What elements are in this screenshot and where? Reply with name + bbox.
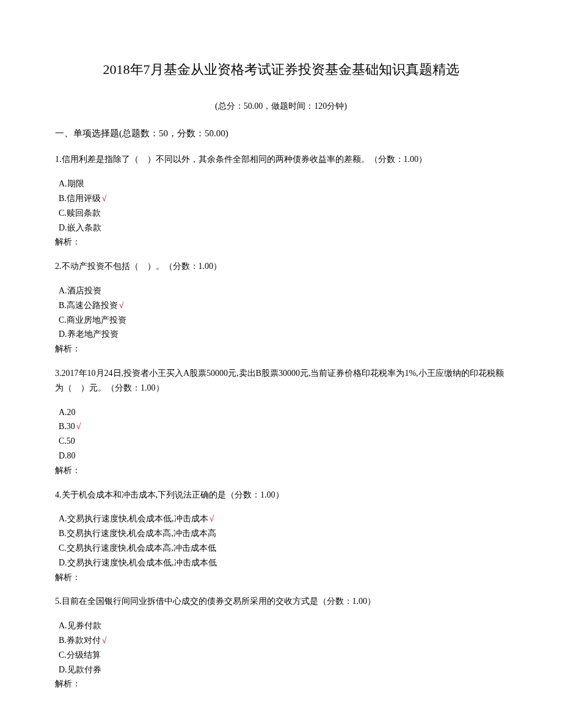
analysis-label: 解析： [55,570,507,585]
section-header: 一、单项选择题(总题数：50，分数：50.00) [55,126,507,142]
checkmark-icon: √ [102,636,107,645]
option: D.养老地产投资 [59,327,507,342]
question: 5.目前在全国银行间同业拆借中心成交的债券交易所采用的交收方式是（分数：1.00… [55,594,507,691]
option: A.20 [59,405,507,420]
option: B.券款对付√ [59,633,507,648]
option-label: C.交易执行速度快,机会成本高,冲击成本低 [59,543,216,553]
checkmark-icon: √ [102,194,107,203]
option-label: A.期限 [59,179,84,188]
option-label: B.30 [59,422,75,431]
options-list: A.20B.30√C.50D.80 [55,405,507,463]
questions-container: 1.信用利差是指除了（ ）不同以外，其余条件全部相同的两种债券收益率的差额。（分… [55,152,507,691]
checkmark-icon: √ [210,514,214,523]
question: 3.2017年10月24日,投资者小王买入A股票50000元,卖出B股票3000… [55,366,507,478]
option-label: B.交易执行速度快,机会成本高,冲击成本高 [59,529,216,538]
option: C.交易执行速度快,机会成本高,冲击成本低 [59,541,507,556]
option-label: C.50 [59,436,75,446]
option-label: D.见款付券 [59,665,101,674]
options-list: A.期限B.信用评级√C.赎回条款D.嵌入条款 [55,177,507,235]
question-text: 2.不动产投资不包括（ ）。（分数：1.00） [55,259,507,274]
option: B.高速公路投资√ [59,298,507,313]
option: C.商业房地产投资 [59,313,507,328]
option-label: A.见券付款 [59,621,101,630]
option-label: A.20 [59,408,76,417]
option: A.见券付款 [59,619,507,633]
options-list: A.酒店投资B.高速公路投资√C.商业房地产投资D.养老地产投资 [55,284,507,342]
option-label: C.赎回条款 [59,208,101,218]
analysis-label: 解析： [55,235,507,249]
option-label: D.80 [59,451,76,460]
option: D.80 [59,449,507,463]
question-text: 5.目前在全国银行间同业拆借中心成交的债券交易所采用的交收方式是（分数：1.00… [55,594,507,609]
option-label: A.酒店投资 [59,286,101,295]
option-label: B.券款对付 [59,636,101,645]
option: D.嵌入条款 [59,221,507,235]
question: 1.信用利差是指除了（ ）不同以外，其余条件全部相同的两种债券收益率的差额。（分… [55,152,507,249]
option: C.赎回条款 [59,206,507,221]
option-label: C.分级结算 [59,650,101,660]
option: D.交易执行速度快,机会成本低,冲击成本低 [59,556,507,570]
option-label: C.商业房地产投资 [59,315,126,325]
question-text: 3.2017年10月24日,投资者小王买入A股票50000元,卖出B股票3000… [55,366,507,395]
analysis-label: 解析： [55,463,507,478]
checkmark-icon: √ [119,301,124,310]
option-label: B.信用评级 [59,194,101,203]
analysis-label: 解析： [55,677,507,691]
option: B.交易执行速度快,机会成本高,冲击成本高 [59,526,507,541]
option-label: D.养老地产投资 [59,329,119,339]
option-label: D.嵌入条款 [59,223,101,232]
question-text: 1.信用利差是指除了（ ）不同以外，其余条件全部相同的两种债券收益率的差额。（分… [55,152,507,167]
option: C.50 [59,434,507,449]
page-title: 2018年7月基金从业资格考试证券投资基金基础知识真题精选 [55,58,507,81]
option: A.期限 [59,177,507,191]
option: D.见款付券 [59,663,507,677]
question: 2.不动产投资不包括（ ）。（分数：1.00）A.酒店投资B.高速公路投资√C.… [55,259,507,356]
option-label: A.交易执行速度快,机会成本低,冲击成本 [59,514,208,523]
question: 4.关于机会成本和冲击成本,下列说法正确的是（分数：1.00）A.交易执行速度快… [55,488,507,585]
option: B.信用评级√ [59,191,507,206]
checkmark-icon: √ [76,422,81,431]
question-text: 4.关于机会成本和冲击成本,下列说法正确的是（分数：1.00） [55,488,507,502]
option: A.交易执行速度快,机会成本低,冲击成本√ [59,512,507,526]
option: C.分级结算 [59,648,507,663]
analysis-label: 解析： [55,342,507,356]
option: A.酒店投资 [59,284,507,298]
option: B.30√ [59,419,507,434]
option-label: D.交易执行速度快,机会成本低,冲击成本低 [59,558,217,567]
option-label: B.高速公路投资 [59,301,118,310]
page-subtitle: (总分：50.00，做题时间：120分钟) [55,99,507,114]
options-list: A.交易执行速度快,机会成本低,冲击成本√B.交易执行速度快,机会成本高,冲击成… [55,512,507,570]
options-list: A.见券付款B.券款对付√C.分级结算D.见款付券 [55,619,507,677]
